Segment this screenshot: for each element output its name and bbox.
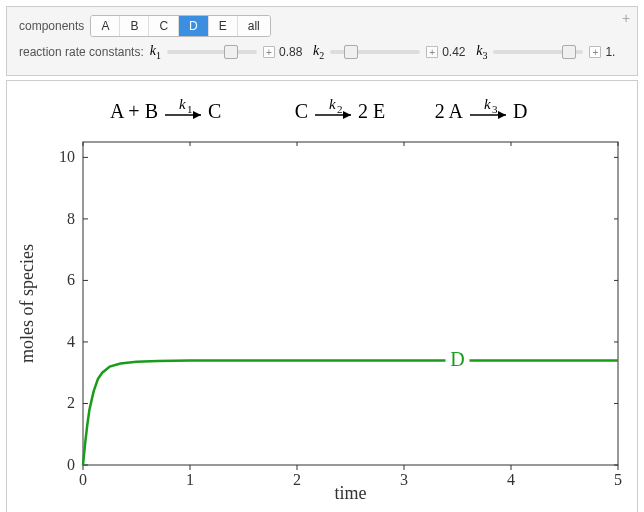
k2-expand-icon[interactable]: + bbox=[426, 46, 438, 58]
setter-option-c[interactable]: C bbox=[149, 16, 179, 36]
svg-marker-14 bbox=[498, 111, 506, 119]
rate-label: reaction rate constants: bbox=[19, 45, 144, 59]
k2-group: k2 + 0.42 bbox=[313, 43, 470, 61]
k3-label: k3 bbox=[476, 43, 487, 61]
k3-value: 1. bbox=[605, 45, 633, 59]
svg-text:2 E: 2 E bbox=[358, 100, 385, 122]
k1-value: 0.88 bbox=[279, 45, 307, 59]
svg-rect-18 bbox=[83, 142, 618, 465]
svg-text:2: 2 bbox=[293, 471, 301, 488]
svg-text:2: 2 bbox=[337, 103, 343, 115]
svg-text:5: 5 bbox=[614, 471, 622, 488]
k3-slider[interactable] bbox=[493, 50, 583, 54]
components-label: components bbox=[19, 19, 84, 33]
svg-text:D: D bbox=[513, 100, 527, 122]
svg-marker-8 bbox=[343, 111, 351, 119]
svg-text:4: 4 bbox=[507, 471, 515, 488]
svg-text:2: 2 bbox=[67, 394, 75, 411]
k1-group: k1 + 0.88 bbox=[150, 43, 307, 61]
axes: 0123450246810 bbox=[59, 142, 622, 488]
setter-option-d[interactable]: D bbox=[179, 16, 209, 36]
plot-panel: A + Bk1CCk22 E2 Ak3D0123450246810timemol… bbox=[6, 80, 638, 512]
svg-marker-2 bbox=[193, 111, 201, 119]
svg-text:C: C bbox=[208, 100, 221, 122]
setter-option-a[interactable]: A bbox=[91, 16, 120, 36]
reaction-equations: A + Bk1CCk22 E2 Ak3D bbox=[110, 96, 527, 122]
svg-text:1: 1 bbox=[186, 471, 194, 488]
rates-row: reaction rate constants: k1 + 0.88 k2 + … bbox=[19, 43, 625, 61]
plot-svg: A + Bk1CCk22 E2 Ak3D0123450246810timemol… bbox=[13, 87, 625, 507]
setter-option-all[interactable]: all bbox=[238, 16, 270, 36]
k3-group: k3 + 1. bbox=[476, 43, 633, 61]
k2-value: 0.42 bbox=[442, 45, 470, 59]
svg-text:2 A: 2 A bbox=[435, 100, 464, 122]
series-D bbox=[83, 360, 618, 465]
expand-icon[interactable]: + bbox=[619, 11, 633, 25]
k1-slider[interactable] bbox=[167, 50, 257, 54]
svg-text:1: 1 bbox=[187, 103, 193, 115]
svg-text:0: 0 bbox=[79, 471, 87, 488]
control-panel: + components ABCDEall reaction rate cons… bbox=[6, 6, 638, 76]
series-label-D: D bbox=[450, 348, 464, 370]
k2-slider[interactable] bbox=[330, 50, 420, 54]
plot-area: A + Bk1CCk22 E2 Ak3D0123450246810timemol… bbox=[13, 87, 631, 507]
k1-label: k1 bbox=[150, 43, 161, 61]
svg-text:k: k bbox=[484, 96, 491, 112]
svg-text:C: C bbox=[295, 100, 308, 122]
svg-text:10: 10 bbox=[59, 148, 75, 165]
svg-text:6: 6 bbox=[67, 271, 75, 288]
components-row: components ABCDEall bbox=[19, 15, 625, 37]
y-axis-label: moles of species bbox=[17, 244, 37, 363]
svg-text:k: k bbox=[179, 96, 186, 112]
setter-option-e[interactable]: E bbox=[209, 16, 238, 36]
svg-text:3: 3 bbox=[492, 103, 498, 115]
k1-expand-icon[interactable]: + bbox=[263, 46, 275, 58]
svg-text:0: 0 bbox=[67, 456, 75, 473]
k3-expand-icon[interactable]: + bbox=[589, 46, 601, 58]
svg-text:8: 8 bbox=[67, 210, 75, 227]
components-setter[interactable]: ABCDEall bbox=[90, 15, 270, 37]
x-axis-label: time bbox=[335, 483, 367, 503]
setter-option-b[interactable]: B bbox=[120, 16, 149, 36]
svg-text:4: 4 bbox=[67, 333, 75, 350]
k2-label: k2 bbox=[313, 43, 324, 61]
svg-text:3: 3 bbox=[400, 471, 408, 488]
svg-text:k: k bbox=[329, 96, 336, 112]
svg-text:A + B: A + B bbox=[110, 100, 158, 122]
